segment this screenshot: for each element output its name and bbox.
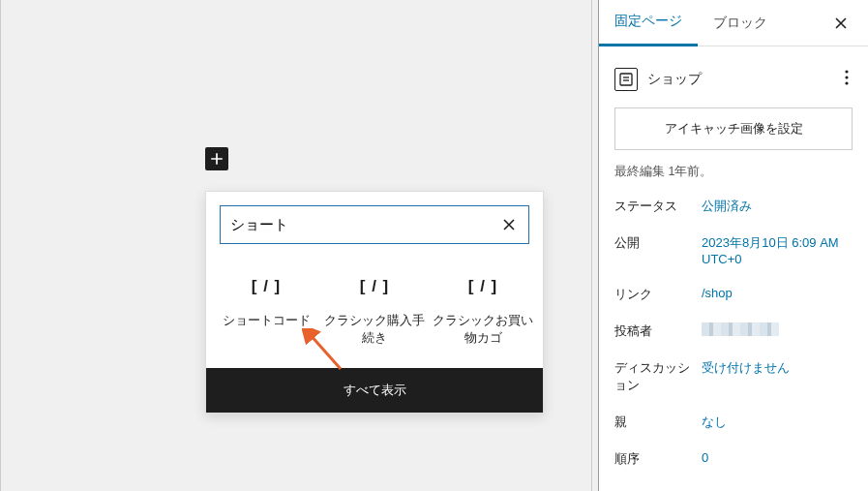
meta-status: ステータス 公開済み <box>614 198 853 215</box>
discussion-value[interactable]: 受け付けません <box>702 359 853 394</box>
page-actions-button[interactable] <box>841 66 853 92</box>
panel-body: ショップ アイキャッチ画像を設定 最終編集 1年前。 ステータス 公開済み 公開… <box>599 46 868 468</box>
block-shortcode[interactable]: [ / ] ショートコード <box>212 265 320 351</box>
meta-discussion: ディスカッション 受け付けません <box>614 359 853 394</box>
document-icon <box>619 73 633 86</box>
more-vertical-icon <box>845 70 849 85</box>
meta-label: 親 <box>614 414 702 431</box>
meta-publish: 公開 2023年8月10日 6:09 AM UTC+0 <box>614 234 853 266</box>
close-icon <box>501 217 517 232</box>
meta-label: リンク <box>614 286 702 303</box>
close-icon <box>833 15 849 31</box>
sidebar-tabs: 固定ページ ブロック <box>599 0 868 46</box>
parent-value[interactable]: なし <box>702 414 853 431</box>
meta-parent: 親 なし <box>614 414 853 431</box>
clear-search-button[interactable] <box>497 213 521 236</box>
show-all-button[interactable]: すべて表示 <box>206 368 543 413</box>
block-inserter-popover: [ / ] ショートコード [ / ] クラシック購入手続き [ / ] クラシ… <box>205 191 544 414</box>
shortcode-icon: [ / ] <box>216 277 316 296</box>
page-icon <box>614 68 638 91</box>
tab-page[interactable]: 固定ページ <box>599 0 698 46</box>
editor-canvas: [ / ] ショートコード [ / ] クラシック購入手続き [ / ] クラシ… <box>0 0 598 491</box>
meta-order: 順序 0 <box>614 450 853 468</box>
add-block-button[interactable] <box>205 147 228 170</box>
settings-sidebar: 固定ページ ブロック ショップ アイキャッチ画像を設定 最終編集 1年前。 ステ… <box>598 0 868 491</box>
block-label: ショートコード <box>216 312 316 329</box>
permalink-value[interactable]: /shop <box>702 286 853 303</box>
redacted-author <box>702 322 779 336</box>
svg-point-7 <box>845 81 848 84</box>
meta-label: ステータス <box>614 198 702 215</box>
set-featured-image-button[interactable]: アイキャッチ画像を設定 <box>614 107 853 150</box>
page-summary-row: ショップ <box>614 60 853 107</box>
order-value[interactable]: 0 <box>702 450 853 468</box>
meta-label: 投稿者 <box>614 322 702 340</box>
tab-block[interactable]: ブロック <box>698 0 783 46</box>
block-results: [ / ] ショートコード [ / ] クラシック購入手続き [ / ] クラシ… <box>206 258 543 368</box>
block-label: クラシック購入手続き <box>324 312 425 347</box>
block-classic-cart[interactable]: [ / ] クラシックお買い物カゴ <box>429 265 537 351</box>
block-classic-checkout[interactable]: [ / ] クラシック購入手続き <box>320 265 429 351</box>
author-value[interactable] <box>702 322 853 340</box>
meta-label: 順序 <box>614 450 702 468</box>
ruler-line <box>591 0 592 491</box>
page-title: ショップ <box>647 71 841 88</box>
block-search-field[interactable] <box>220 205 529 244</box>
close-sidebar-button[interactable] <box>827 10 854 37</box>
block-label: クラシックお買い物カゴ <box>433 312 533 347</box>
svg-rect-2 <box>620 74 632 85</box>
search-input[interactable] <box>230 217 497 233</box>
meta-author: 投稿者 <box>614 322 853 340</box>
shortcode-icon: [ / ] <box>433 277 533 296</box>
plus-icon <box>207 149 226 169</box>
status-value[interactable]: 公開済み <box>702 198 853 215</box>
last-edited-text: 最終編集 1年前。 <box>614 164 853 180</box>
svg-point-6 <box>845 76 848 78</box>
meta-label: ディスカッション <box>614 359 702 394</box>
shortcode-icon: [ / ] <box>324 277 425 296</box>
meta-label: 公開 <box>614 234 702 266</box>
svg-point-5 <box>845 70 848 73</box>
meta-link: リンク /shop <box>614 286 853 303</box>
publish-value[interactable]: 2023年8月10日 6:09 AM UTC+0 <box>702 234 853 266</box>
ruler-line <box>0 0 1 491</box>
